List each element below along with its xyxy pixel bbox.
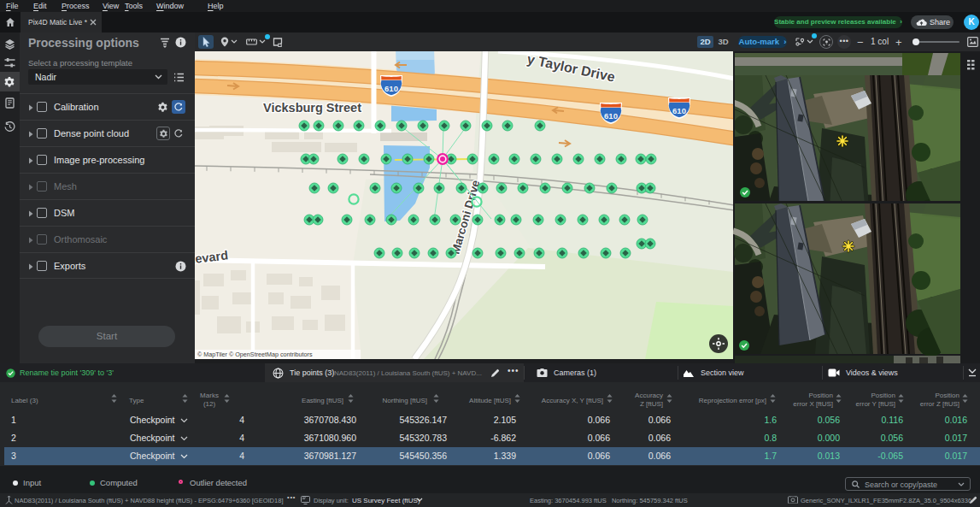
svg-text:Vicksburg Street: Vicksburg Street: [263, 101, 361, 115]
svg-text:© MapTiler © OpenStreetMap co: © MapTiler © OpenStreetMap contributors: [197, 351, 313, 358]
